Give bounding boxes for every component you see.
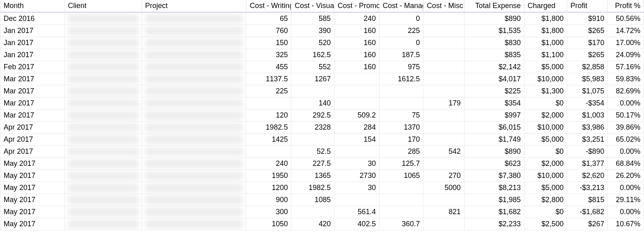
cell-client[interactable] [64, 61, 142, 73]
cell-client[interactable] [64, 158, 142, 170]
cell-profit-pct[interactable]: 59.83% [608, 73, 644, 85]
cell-project[interactable] [142, 37, 246, 49]
cell-total-expense[interactable]: $623 [464, 158, 524, 170]
cell-cost-misc[interactable]: 5000 [423, 182, 464, 194]
cell-profit[interactable]: -$354 [567, 97, 608, 110]
cell-profit[interactable]: $267 [567, 218, 608, 230]
cell-cost-manag[interactable]: 1370 [379, 122, 423, 134]
cell-profit-pct[interactable]: 50.56% [608, 12, 644, 25]
cell-client[interactable] [64, 134, 142, 146]
cell-cost-visual[interactable]: 140 [291, 97, 334, 110]
cell-cost-manag[interactable]: 1612.5 [379, 73, 423, 85]
cell-client[interactable] [64, 85, 142, 97]
cell-cost-manag[interactable]: 285 [379, 146, 423, 158]
cell-cost-promo[interactable]: 30 [334, 182, 379, 194]
cell-charged[interactable]: $5,000 [524, 134, 567, 146]
cell-client[interactable] [64, 206, 142, 218]
cell-profit-pct[interactable]: 39.86% [608, 122, 644, 134]
cell-cost-manag[interactable]: 975 [379, 61, 423, 73]
cell-profit[interactable]: -$890 [567, 146, 608, 158]
col-project[interactable]: Project [142, 0, 246, 12]
cell-cost-promo[interactable]: 561.4 [334, 206, 379, 218]
cell-cost-misc[interactable] [423, 73, 464, 85]
cell-profit-pct[interactable]: 17.00% [608, 37, 644, 49]
table-row[interactable]: Dec 2016655852400$890$1,800$91050.56% [0, 12, 644, 25]
cell-cost-writing[interactable]: 225 [246, 85, 291, 97]
cell-month[interactable]: Apr 2017 [0, 134, 65, 146]
cell-cost-visual[interactable]: 390 [291, 25, 334, 37]
cell-cost-writing[interactable]: 1950 [246, 170, 291, 182]
cell-cost-misc[interactable] [423, 37, 464, 49]
cell-charged[interactable]: $0 [524, 146, 567, 158]
cell-cost-writing[interactable]: 65 [246, 12, 291, 25]
cell-profit-pct[interactable]: 10.67% [608, 218, 644, 230]
cell-cost-misc[interactable] [423, 61, 464, 73]
cell-cost-misc[interactable]: 179 [423, 97, 464, 110]
cell-month[interactable]: May 2017 [0, 170, 65, 182]
col-client[interactable]: Client [64, 0, 142, 12]
cell-profit[interactable]: $910 [567, 12, 608, 25]
cell-profit[interactable]: $3,251 [567, 134, 608, 146]
cell-client[interactable] [64, 122, 142, 134]
cell-month[interactable]: Mar 2017 [0, 73, 65, 85]
cell-profit[interactable]: $1,003 [567, 110, 608, 122]
cell-project[interactable] [142, 25, 246, 37]
cell-total-expense[interactable]: $890 [464, 12, 524, 25]
cell-charged[interactable]: $1,300 [524, 85, 567, 97]
cell-total-expense[interactable]: $7,380 [464, 170, 524, 182]
cell-cost-writing[interactable]: 900 [246, 194, 291, 206]
cell-cost-manag[interactable]: 225 [379, 25, 423, 37]
table-row[interactable]: May 2017240227.530125.7$623$2,000$1,3776… [0, 158, 644, 170]
table-row[interactable]: Apr 201752.5285542$890$0-$8900.00% [0, 146, 644, 158]
cell-project[interactable] [142, 158, 246, 170]
table-row[interactable]: Feb 2017455552160975$2,142$5,000$2,85857… [0, 61, 644, 73]
cell-cost-manag[interactable]: 1065 [379, 170, 423, 182]
cell-cost-misc[interactable] [423, 194, 464, 206]
cell-charged[interactable]: $0 [524, 97, 567, 110]
cell-profit[interactable]: $265 [567, 25, 608, 37]
cell-profit[interactable]: $1,377 [567, 158, 608, 170]
cell-cost-misc[interactable]: 821 [423, 206, 464, 218]
cell-cost-promo[interactable]: 160 [334, 49, 379, 61]
cell-profit-pct[interactable]: 14.72% [608, 25, 644, 37]
table-row[interactable]: Jan 2017325162.5160187.5$835$1,100$26524… [0, 49, 644, 61]
cell-cost-misc[interactable] [423, 218, 464, 230]
cell-cost-writing[interactable]: 455 [246, 61, 291, 73]
cell-cost-misc[interactable] [423, 25, 464, 37]
cell-cost-visual[interactable]: 552 [291, 61, 334, 73]
cell-total-expense[interactable]: $830 [464, 37, 524, 49]
table-row[interactable]: Mar 20171137.512671612.5$4,017$10,000$5,… [0, 73, 644, 85]
cell-charged[interactable]: $1,000 [524, 37, 567, 49]
cell-client[interactable] [64, 110, 142, 122]
cell-cost-manag[interactable]: 0 [379, 12, 423, 25]
cell-cost-promo[interactable]: 402.5 [334, 218, 379, 230]
cell-cost-misc[interactable] [423, 122, 464, 134]
cell-cost-visual[interactable]: 520 [291, 37, 334, 49]
cell-month[interactable]: May 2017 [0, 218, 65, 230]
cell-cost-promo[interactable] [334, 85, 379, 97]
col-cost-visual[interactable]: Cost - Visual [291, 0, 334, 12]
cell-profit[interactable]: $5,983 [567, 73, 608, 85]
cell-cost-promo[interactable]: 160 [334, 61, 379, 73]
cell-project[interactable] [142, 110, 246, 122]
cell-total-expense[interactable]: $1,682 [464, 206, 524, 218]
table-row[interactable]: May 201712001982.5305000$8,213$5,000-$3,… [0, 182, 644, 194]
cell-charged[interactable]: $2,800 [524, 194, 567, 206]
cell-client[interactable] [64, 49, 142, 61]
cell-profit-pct[interactable]: 29.11% [608, 194, 644, 206]
cell-profit-pct[interactable]: 82.69% [608, 85, 644, 97]
cell-project[interactable] [142, 206, 246, 218]
cell-project[interactable] [142, 170, 246, 182]
cell-cost-visual[interactable]: 1267 [291, 73, 334, 85]
table-row[interactable]: May 20171050420402.5360.7$2,233$2,500$26… [0, 218, 644, 230]
cell-cost-manag[interactable] [379, 182, 423, 194]
cell-cost-manag[interactable]: 360.7 [379, 218, 423, 230]
cell-total-expense[interactable]: $8,213 [464, 182, 524, 194]
cell-cost-misc[interactable] [423, 85, 464, 97]
cell-cost-visual[interactable]: 585 [291, 12, 334, 25]
cell-charged[interactable]: $2,000 [524, 158, 567, 170]
cell-month[interactable]: Dec 2016 [0, 12, 65, 25]
cell-cost-writing[interactable]: 1050 [246, 218, 291, 230]
cell-charged[interactable]: $1,800 [524, 12, 567, 25]
cell-cost-promo[interactable]: 154 [334, 134, 379, 146]
